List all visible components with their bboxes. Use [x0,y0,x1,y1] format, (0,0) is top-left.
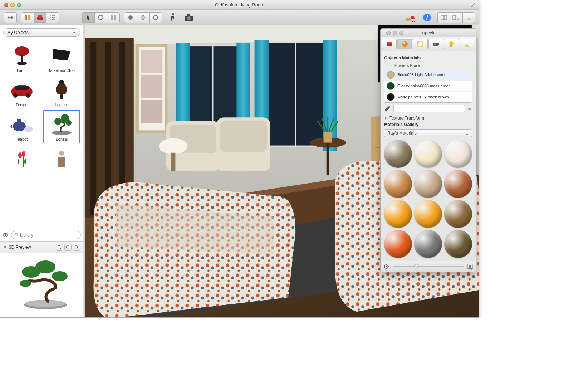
object-item-lantern[interactable]: Lantern [43,75,80,109]
snapshot-button[interactable] [183,11,195,24]
gallery-material[interactable] [384,170,412,198]
window-title: Oldfashion Living Room [0,2,479,8]
inspector-titlebar: Inspector [381,29,476,37]
eyedropper-icon[interactable] [384,105,391,112]
object-item-chair[interactable]: Barselona Chair [43,41,80,75]
object-item-dodge[interactable]: Dodge [3,75,40,109]
maximize-icon[interactable] [399,31,403,35]
zoom-out-button[interactable] [64,244,72,251]
gallery-material[interactable] [384,140,412,168]
info-button[interactable]: i [421,11,433,24]
preview-pane [0,253,83,317]
svg-rect-27 [457,18,459,20]
gallery-material[interactable] [384,200,412,228]
select-tool-button[interactable] [82,12,95,23]
3d-view-button[interactable] [462,12,475,23]
material-row[interactable]: Glossy paint/6005 moss green [384,81,472,92]
tab-camera[interactable] [428,39,443,49]
fullscreen-icon[interactable] [470,2,476,8]
tab-building[interactable] [460,39,474,49]
svg-rect-66 [90,42,96,215]
svg-point-31 [17,62,27,65]
material-row[interactable]: Matte paint/8022 black brown [384,92,472,102]
walk-mode-button[interactable] [166,11,178,24]
svg-rect-70 [141,50,162,73]
close-icon[interactable] [386,31,391,35]
color-field[interactable] [393,105,465,112]
material-swatch [387,93,395,101]
split-handle[interactable] [83,25,85,317]
svg-rect-71 [141,75,162,98]
list-library-button[interactable] [46,12,59,23]
svg-point-106 [449,41,454,45]
warehouse-button[interactable] [405,11,417,24]
svg-point-15 [172,13,174,15]
tab-dimensions[interactable] [413,39,428,49]
object-item-teapot[interactable]: Teapot [3,110,40,143]
resize-grip-icon[interactable] [470,266,474,270]
gallery-category-dropdown[interactable]: Ray's Materials [384,129,472,137]
minimize-icon[interactable] [393,31,397,35]
toggle-sidebar-button[interactable] [4,12,17,23]
svg-rect-26 [453,15,456,20]
2d3d-view-button[interactable] [450,12,463,23]
gallery-material[interactable] [384,230,412,258]
svg-rect-91 [220,121,267,152]
gear-icon[interactable] [383,263,390,270]
svg-rect-8 [52,17,55,18]
object-item-bonsai[interactable]: Bonsai [43,110,80,143]
thumbnail-size-slider[interactable] [393,266,464,267]
menu-icon[interactable] [467,106,472,111]
gallery-material[interactable] [414,170,442,198]
sidebar: My Objects Lamp Barselona Chair Dodge [0,25,83,317]
object-item-tulips[interactable] [3,144,40,174]
zoom-fit-button[interactable] [73,244,80,251]
gallery-material[interactable] [444,170,472,198]
gallery-material[interactable] [414,230,442,258]
object-item-person[interactable] [43,144,80,174]
building-library-button[interactable] [21,12,34,23]
gallery-material[interactable] [444,200,472,228]
tab-lighting[interactable] [444,39,459,49]
material-row[interactable]: Brick/003 Light Adobe-work [384,69,472,81]
gallery-material[interactable] [414,140,442,168]
gallery-material[interactable] [444,140,472,168]
svg-text:i: i [426,15,428,21]
2d-view-button[interactable] [437,12,450,23]
tab-object[interactable] [382,39,397,49]
svg-rect-24 [441,15,444,20]
rotate-tool-button[interactable] [94,12,107,23]
svg-rect-25 [444,15,447,20]
objects-category-dropdown[interactable]: My Objects [3,28,80,37]
record-outline-button[interactable] [137,12,150,23]
disclosure-triangle-icon[interactable] [3,245,7,249]
furniture-library-button[interactable] [34,12,46,23]
svg-rect-107 [450,45,452,47]
svg-rect-35 [60,94,63,99]
svg-point-47 [5,234,6,236]
inspector-title: Inspector [419,30,437,35]
texture-transform-disclosure[interactable]: Texture Transform [384,116,472,121]
section-gallery-header: Materials Gallery [384,122,472,127]
gallery-material[interactable] [414,200,442,228]
preview-title: 3D Preview [9,245,31,250]
wall-tool-button[interactable] [107,12,120,23]
library-search-input[interactable]: Library [11,231,81,239]
object-label: Barselona Chair [48,68,76,73]
svg-rect-72 [141,100,162,123]
object-item-lamp[interactable]: Lamp [3,41,40,75]
gallery-material[interactable] [444,230,472,258]
record-stop-button[interactable] [149,12,162,23]
svg-rect-7 [52,15,55,16]
svg-point-44 [22,151,25,157]
svg-point-55 [35,260,55,273]
gear-icon[interactable] [3,232,9,238]
material-swatch [387,82,395,90]
object-label: Teapot [16,137,28,141]
tab-materials[interactable] [397,39,412,49]
svg-point-48 [15,233,18,236]
svg-point-101 [402,41,408,47]
record-solid-button[interactable] [124,12,137,23]
zoom-in-button[interactable] [56,244,63,251]
material-swatch [387,71,395,79]
